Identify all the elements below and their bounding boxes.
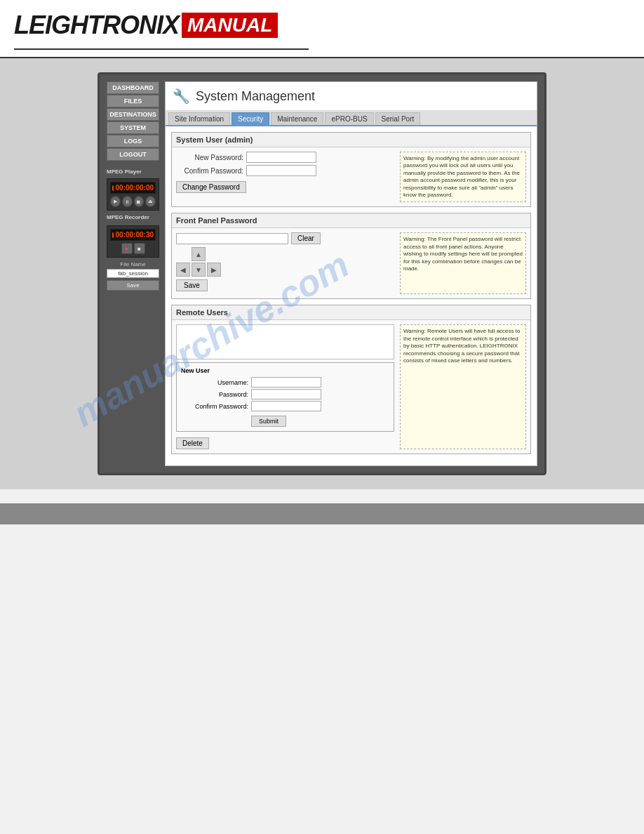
sidebar-item-system[interactable]: SYSTEM [107, 121, 159, 134]
mpeg-recorder-box: 00:00:00:30 ● ■ [107, 225, 159, 258]
bottom-bar [0, 503, 644, 524]
delete-button[interactable]: Delete [176, 437, 209, 449]
rec-timer-dot [112, 232, 114, 238]
arrow-up-btn[interactable]: ▲ [192, 247, 206, 261]
new-user-box: New User Username: Password: [176, 362, 394, 432]
sidebar-item-files[interactable]: FILES [107, 95, 159, 107]
system-user-form: New Password: Confirm Password: Change P… [176, 152, 394, 202]
stop-btn[interactable]: ⏹ [134, 196, 145, 207]
file-name-value: fab_session [107, 269, 159, 278]
remote-users-title: Remote Users [172, 305, 530, 320]
fp-clear-button[interactable]: Clear [291, 232, 321, 244]
header-divider [14, 48, 309, 50]
logo-manual: MANUAL [182, 13, 278, 38]
submit-button[interactable]: Submit [251, 416, 286, 427]
front-panel-body: Clear ▲ ◀ ▼ ▶ [172, 228, 530, 298]
remote-users-form: New User Username: Password: [176, 324, 394, 449]
remote-users-list [176, 324, 394, 359]
new-user-title: New User [181, 367, 389, 374]
front-panel-warning: Warning: The Front Panel password will r… [400, 232, 526, 294]
arrow-down-btn[interactable]: ▼ [192, 263, 206, 277]
tab-security[interactable]: Security [232, 112, 269, 125]
logo-container: LEIGHTRONIX MANUAL [14, 11, 630, 40]
arrow-left-btn[interactable]: ◀ [176, 263, 190, 277]
sidebar-save-button[interactable]: Save [107, 280, 159, 291]
password-row: Password: [181, 389, 389, 399]
tab-maintenance[interactable]: Maintenance [271, 112, 323, 125]
remote-users-warning: Warning: Remote Users will have full acc… [400, 324, 526, 449]
mpeg-player-timer: 00:00:00:00 [110, 182, 156, 194]
system-user-title: System User (admin) [172, 133, 530, 147]
remote-users-body: New User Username: Password: [172, 320, 530, 454]
system-user-warning: Warning: By modifying the admin user acc… [400, 152, 526, 202]
new-password-label: New Password: [176, 154, 246, 161]
system-user-section: System User (admin) New Password: Confir… [171, 132, 531, 207]
front-panel-input[interactable] [176, 233, 288, 244]
content-panel: 🔧 System Management Site Information Sec… [165, 81, 537, 466]
system-user-body: New Password: Confirm Password: Change P… [172, 147, 530, 206]
sidebar-item-logout[interactable]: LOGOUT [107, 148, 159, 161]
sidebar-item-logs[interactable]: LOGS [107, 135, 159, 147]
pause-btn[interactable]: ⏸ [122, 196, 133, 207]
confirm-password-row-2: Confirm Password: [181, 401, 389, 411]
tab-site-info[interactable]: Site Information [168, 112, 230, 125]
tab-serial-port[interactable]: Serial Port [375, 112, 421, 125]
tabs-bar: Site Information Security Maintenance eP… [166, 111, 537, 126]
system-management-icon: 🔧 [173, 88, 190, 105]
change-password-button[interactable]: Change Password [176, 181, 246, 193]
username-label: Username: [181, 379, 251, 386]
play-btn[interactable]: ▶ [110, 196, 121, 207]
front-panel-save-button[interactable]: Save [176, 279, 208, 291]
mpeg-recorder-timer: 00:00:00:30 [110, 229, 156, 241]
new-password-input[interactable] [246, 152, 316, 163]
eject-btn[interactable]: ⏏ [145, 196, 156, 207]
rec-controls: ● ■ [110, 243, 156, 254]
arrow-pad: ▲ ◀ ▼ ▶ [176, 247, 221, 277]
mpeg-recorder-label: MPEG Recorder [107, 214, 159, 220]
rec-stop-btn[interactable]: ■ [134, 243, 145, 254]
front-panel-title: Front Panel Password [172, 213, 530, 228]
logo-leightronix: LEIGHTRONIX [14, 11, 179, 40]
mpeg-player-label: MPEG Player [107, 168, 159, 175]
new-password-row: New Password: [176, 152, 394, 163]
player-controls: ▶ ⏸ ⏹ ⏏ [110, 196, 156, 207]
page-title: System Management [196, 89, 315, 104]
confirm-password-input[interactable] [246, 165, 316, 176]
header: LEIGHTRONIX MANUAL [0, 0, 644, 58]
sidebar-item-destinations[interactable]: DESTINATIONS [107, 108, 159, 121]
fp-input-row: Clear [176, 232, 394, 244]
username-row: Username: [181, 377, 389, 388]
confirm-password-row: Confirm Password: [176, 165, 394, 176]
confirm-password-label: Confirm Password: [176, 167, 246, 175]
page-title-area: 🔧 System Management [166, 82, 537, 111]
sidebar-nav: DASHBOARD FILES DESTINATIONS SYSTEM LOGS… [107, 81, 159, 161]
arrow-right-btn[interactable]: ▶ [207, 263, 221, 277]
panel-content: System User (admin) New Password: Confir… [166, 126, 537, 465]
password-label: Password: [181, 391, 251, 398]
sidebar-item-dashboard[interactable]: DASHBOARD [107, 81, 159, 94]
main-content: DASHBOARD FILES DESTINATIONS SYSTEM LOGS… [0, 58, 644, 489]
front-panel-form: Clear ▲ ◀ ▼ ▶ [176, 232, 394, 294]
file-name-label: File Name [107, 261, 159, 267]
sidebar: DASHBOARD FILES DESTINATIONS SYSTEM LOGS… [107, 81, 159, 466]
username-input[interactable] [251, 377, 321, 388]
front-panel-section: Front Panel Password Clear ▲ [171, 213, 531, 299]
password-input[interactable] [251, 389, 321, 399]
confirm-password-label-2: Confirm Password: [181, 403, 251, 410]
timer-dot [112, 185, 114, 191]
mpeg-player-box: 00:00:00:00 ▶ ⏸ ⏹ ⏏ [107, 178, 159, 211]
device-frame: DASHBOARD FILES DESTINATIONS SYSTEM LOGS… [98, 72, 546, 475]
remote-users-section: Remote Users New User Username: [171, 305, 531, 454]
tab-epro-bus[interactable]: ePRO-BUS [325, 112, 373, 125]
confirm-password-input-2[interactable] [251, 401, 321, 411]
device-wrapper: DASHBOARD FILES DESTINATIONS SYSTEM LOGS… [14, 72, 630, 475]
rec-record-btn[interactable]: ● [121, 243, 133, 254]
